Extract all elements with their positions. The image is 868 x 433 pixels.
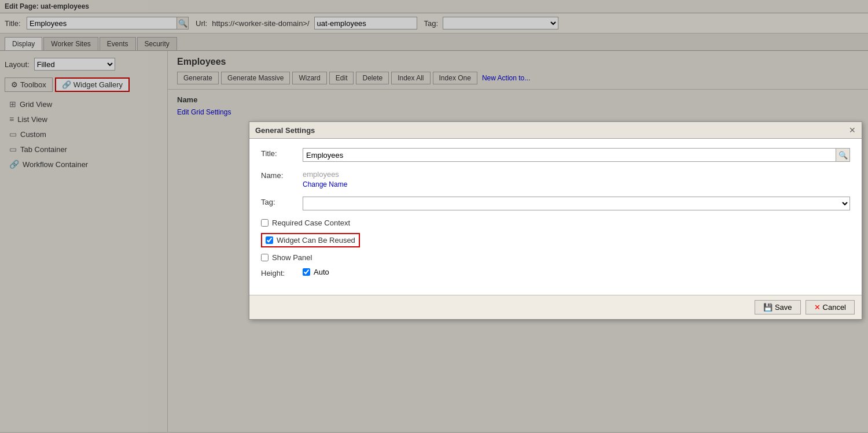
modal-title: General Settings (255, 126, 315, 135)
modal-title-row: Title: 🔍 (261, 148, 850, 162)
modal-title-label: Title: (261, 148, 296, 158)
modal-tag-field (303, 197, 850, 210)
modal-header: General Settings ✕ (249, 122, 862, 139)
required-case-context-row: Required Case Context (261, 219, 850, 227)
modal-title-input[interactable] (303, 148, 836, 162)
modal-tag-row: Tag: (261, 197, 850, 210)
general-settings-modal: General Settings ✕ Title: 🔍 Name: employ… (249, 121, 862, 320)
modal-close-button[interactable]: ✕ (849, 125, 856, 135)
save-icon: 💾 (763, 303, 773, 312)
save-button[interactable]: 💾 Save (755, 300, 801, 314)
change-name-link[interactable]: Change Name (303, 180, 850, 188)
height-auto-checkbox[interactable] (303, 268, 310, 276)
required-case-context-label: Required Case Context (272, 219, 350, 227)
modal-height-field: Auto (303, 268, 850, 276)
modal-title-input-wrapper: 🔍 (303, 148, 850, 162)
show-panel-checkbox[interactable] (261, 254, 269, 261)
cancel-label: Cancel (823, 303, 846, 312)
modal-height-label: Height: (261, 268, 296, 277)
modal-height-row: Height: Auto (261, 268, 850, 277)
widget-can-be-reused-checkbox[interactable] (266, 236, 273, 244)
modal-name-label: Name: (261, 170, 296, 180)
cancel-button[interactable]: ✕ Cancel (806, 300, 855, 314)
modal-name-row: Name: employees Change Name (261, 170, 850, 188)
save-label: Save (775, 303, 792, 312)
modal-tag-label: Tag: (261, 197, 296, 206)
modal-name-value: employees (303, 170, 339, 179)
widget-can-be-reused-label: Widget Can Be Reused (277, 236, 355, 245)
cancel-icon: ✕ (814, 303, 821, 312)
modal-tag-select[interactable] (303, 197, 850, 210)
show-panel-row: Show Panel (261, 253, 850, 262)
required-case-context-checkbox[interactable] (261, 219, 269, 227)
widget-can-be-reused-highlighted: Widget Can Be Reused (261, 233, 360, 247)
height-auto-label: Auto (314, 268, 329, 276)
modal-title-icon-btn[interactable]: 🔍 (836, 148, 850, 162)
show-panel-label: Show Panel (272, 253, 312, 262)
modal-footer: 💾 Save ✕ Cancel (249, 295, 862, 319)
modal-overlay: General Settings ✕ Title: 🔍 Name: employ… (0, 0, 868, 433)
modal-name-field: employees Change Name (303, 170, 850, 188)
modal-body: Title: 🔍 Name: employees Change Name T (249, 139, 862, 295)
modal-title-field: 🔍 (303, 148, 850, 162)
widget-can-be-reused-row: Widget Can Be Reused (261, 233, 850, 247)
